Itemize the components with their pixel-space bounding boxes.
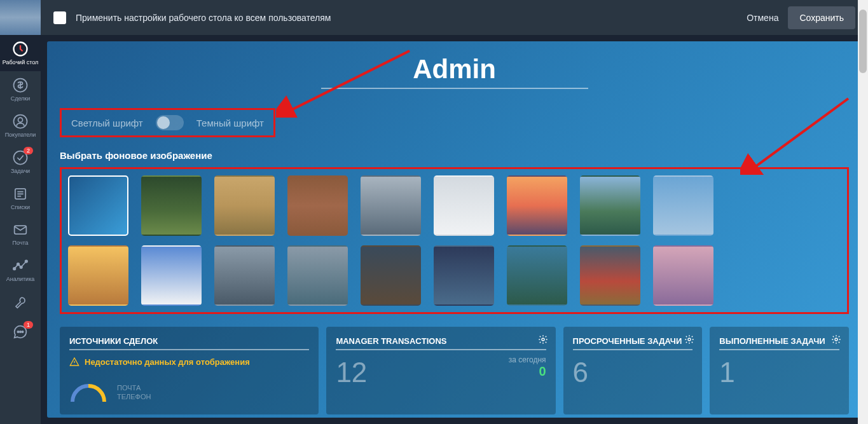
bg-thumb-winter-tree[interactable] — [434, 175, 494, 236]
bg-grid — [68, 175, 841, 306]
toggle-knob — [157, 116, 170, 129]
sidebar-item-label: Аналитика — [6, 277, 35, 283]
analytics-icon — [11, 257, 29, 275]
cancel-button[interactable]: Отмена — [747, 13, 778, 23]
sidebar-item-mail[interactable]: Почта — [0, 215, 41, 252]
legend-labels: ПОЧТА ТЕЛЕФОН — [117, 384, 151, 400]
sidebar-item-label: Покупатели — [5, 132, 36, 139]
sidebar-item-label: Почта — [13, 240, 29, 247]
bg-thumb-wood[interactable] — [287, 175, 348, 236]
svg-point-3 — [18, 118, 23, 122]
widget-title: ПРОСРОЧЕННЫЕ ЗАДАЧИ — [573, 336, 693, 350]
users-icon — [11, 113, 29, 130]
sidebar: Рабочий стол Сделки Покупатели 2 Задачи … — [0, 0, 41, 424]
widget-value: 1 — [719, 357, 839, 388]
gear-icon[interactable] — [831, 334, 841, 345]
widget-completed-tasks: ВЫПОЛНЕННЫЕ ЗАДАЧИ 1 — [710, 327, 849, 414]
warning-icon — [69, 357, 79, 367]
list-icon — [11, 185, 29, 203]
bg-thumb-night-city[interactable] — [434, 245, 494, 306]
svg-point-14 — [542, 338, 544, 341]
widget-sub: за сегодня 0 — [509, 355, 546, 379]
sidebar-item-settings[interactable] — [0, 288, 41, 318]
badge: 2 — [24, 147, 33, 154]
title-underline — [321, 88, 588, 89]
sidebar-item-label: Сделки — [11, 96, 31, 102]
bg-row-1 — [68, 175, 841, 236]
svg-point-15 — [688, 338, 691, 341]
main-content: Admin Светлый шрифт Темный шрифт Выбрать… — [47, 41, 862, 418]
bg-thumb-rain[interactable] — [361, 245, 421, 306]
bg-thumb-blue-gradient[interactable] — [68, 175, 128, 236]
widget-deal-sources: ИСТОЧНИКИ СДЕЛОК Недостаточно данных для… — [60, 327, 319, 414]
bg-grid-container — [60, 167, 849, 314]
sub-label: за сегодня — [509, 355, 546, 364]
svg-point-10 — [25, 261, 28, 263]
sidebar-item-label: Задачи — [11, 168, 30, 175]
bg-section-label: Выбрать фоновое изображение — [60, 150, 849, 161]
sidebar-item-buyers[interactable]: Покупатели — [0, 107, 41, 144]
svg-point-13 — [22, 331, 23, 332]
sidebar-item-lists[interactable]: Списки — [0, 180, 41, 216]
topbar: Применить настройки рабочего стола ко вс… — [41, 0, 868, 35]
sub-value: 0 — [509, 364, 546, 379]
bg-thumb-river[interactable] — [507, 245, 567, 306]
bg-thumb-mountain-fog[interactable] — [287, 245, 348, 306]
svg-point-16 — [835, 338, 837, 341]
bg-thumb-balloons[interactable] — [653, 175, 713, 236]
wrench-icon — [11, 293, 29, 311]
legend-phone: ТЕЛЕФОН — [117, 393, 151, 400]
save-button[interactable]: Сохранить — [788, 6, 855, 29]
bg-thumb-wheat[interactable] — [214, 175, 275, 236]
bg-thumb-autumn[interactable] — [580, 245, 640, 306]
svg-point-2 — [14, 114, 27, 128]
bg-thumb-forest[interactable] — [141, 175, 202, 236]
dashboard-icon — [11, 40, 29, 58]
widget-manager-transactions: MANAGER TRANSACTIONS 12 за сегодня 0 — [326, 327, 555, 414]
widget-legend: ПОЧТА ТЕЛЕФОН — [69, 380, 309, 405]
scrollbar-thumb[interactable] — [859, 10, 867, 73]
bg-thumb-clouds[interactable] — [141, 245, 202, 306]
font-toggle-section: Светлый шрифт Темный шрифт — [60, 108, 275, 137]
svg-point-11 — [17, 331, 18, 332]
sidebar-logo — [0, 0, 41, 35]
bg-thumb-city[interactable] — [361, 175, 421, 236]
widgets: ИСТОЧНИКИ СДЕЛОК Недостаточно данных для… — [60, 327, 849, 414]
sidebar-item-deals[interactable]: Сделки — [0, 71, 41, 107]
annotation-arrow-right — [740, 92, 855, 175]
bg-thumb-golden-gate[interactable] — [68, 245, 128, 306]
widget-title: ВЫПОЛНЕННЫЕ ЗАДАЧИ — [719, 336, 839, 350]
svg-point-12 — [20, 331, 21, 332]
light-font-label: Светлый шрифт — [71, 118, 143, 128]
apply-all-checkbox[interactable] — [53, 11, 66, 24]
svg-point-7 — [13, 268, 16, 270]
sidebar-item-analytics[interactable]: Аналитика — [0, 252, 41, 288]
bg-thumb-sunset-sea[interactable] — [507, 175, 567, 236]
badge: 1 — [24, 321, 33, 329]
page-title: Admin — [60, 54, 849, 85]
sidebar-item-dashboard[interactable]: Рабочий стол — [0, 35, 41, 71]
mail-icon — [11, 221, 29, 238]
dollar-icon — [11, 76, 29, 94]
bg-thumb-ocean[interactable] — [214, 245, 275, 306]
widget-title: MANAGER TRANSACTIONS — [336, 336, 546, 350]
bg-row-2 — [68, 245, 841, 306]
sidebar-item-chat[interactable]: 1 — [0, 318, 41, 348]
legend-mail: ПОЧТА — [117, 384, 151, 392]
bg-thumb-pink-mist[interactable] — [653, 245, 713, 306]
widget-title: ИСТОЧНИКИ СДЕЛОК — [69, 336, 309, 350]
widget-value: 6 — [573, 357, 693, 388]
topbar-right: Отмена Сохранить — [747, 6, 855, 29]
font-toggle-switch[interactable] — [156, 115, 184, 130]
sidebar-item-tasks[interactable]: 2 Задачи — [0, 144, 41, 180]
scrollbar[interactable] — [858, 0, 868, 424]
gear-icon[interactable] — [538, 334, 548, 345]
topbar-left: Применить настройки рабочего стола ко вс… — [53, 11, 331, 24]
sidebar-item-label: Списки — [11, 205, 30, 211]
widget-warning: Недостаточно данных для отображения — [69, 357, 309, 367]
gear-icon[interactable] — [684, 334, 694, 345]
widget-overdue-tasks: ПРОСРОЧЕННЫЕ ЗАДАЧИ 6 — [563, 327, 703, 414]
bg-thumb-islands[interactable] — [580, 175, 640, 236]
svg-point-9 — [20, 266, 22, 269]
legend-arc-icon — [69, 380, 107, 405]
